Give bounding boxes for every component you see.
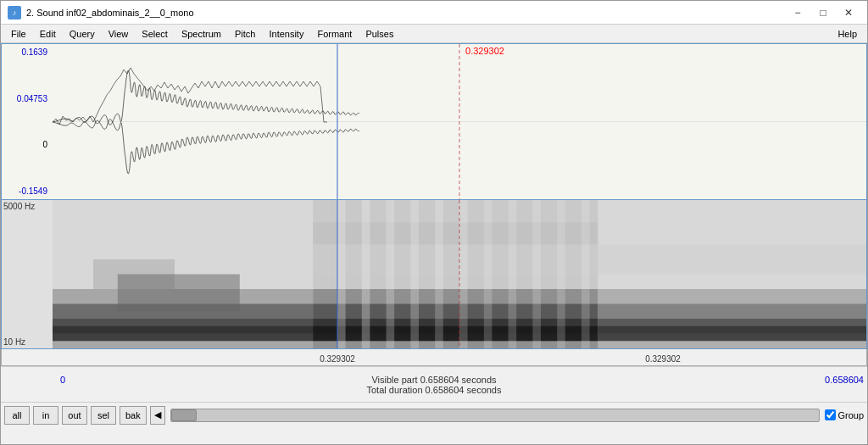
bottom-toolbar: all in out sel bak ◀ Group [1,402,867,427]
menu-pitch[interactable]: Pitch [228,25,262,42]
out-button[interactable]: out [62,406,87,425]
y-min-label: -0.1549 [3,186,51,196]
menu-intensity[interactable]: Intensity [262,25,310,42]
svg-rect-20 [410,200,419,348]
title-text: 2. Sound inf02_abdominais_2__0_mono [26,8,194,18]
menu-formant[interactable]: Formant [310,25,359,42]
menu-bar: File Edit Query View Select Spectrum Pit… [1,25,867,43]
svg-rect-9 [53,326,313,342]
sel-button[interactable]: sel [91,406,116,425]
spectrogram-y-axis: 5000 Hz 10 Hz [2,200,53,348]
title-left: ♪ 2. Sound inf02_abdominais_2__0_mono [8,6,194,19]
menu-select[interactable]: Select [135,25,175,42]
y-zero-label: 0 [3,140,51,149]
y-max-label: 0.1639 [3,47,51,57]
menu-edit[interactable]: Edit [33,25,63,42]
svg-rect-14 [313,326,598,342]
timeline-tick-2: 0.329302 [645,354,681,364]
menu-query[interactable]: Query [63,25,102,42]
title-icon: ♪ [8,6,21,19]
menu-file[interactable]: File [4,25,33,42]
svg-rect-31 [598,326,866,342]
svg-rect-8 [118,275,240,312]
timeline-container: 0.329302 0.329302 [1,349,867,366]
info-bar: 0 Visible part 0.658604 seconds 0.658604… [1,366,867,402]
svg-rect-16 [313,222,598,244]
hz-top-label: 5000 Hz [3,202,35,211]
scroll-track[interactable] [170,409,821,422]
info-line2: Total duration 0.658604 seconds [366,385,501,395]
title-bar: ♪ 2. Sound inf02_abdominais_2__0_mono − … [1,1,867,25]
visible-duration-label: Visible part 0.658604 seconds [371,375,496,385]
group-label: Group [837,410,864,420]
info-line1: 0 Visible part 0.658604 seconds 0.658604 [1,375,867,385]
svg-rect-18 [362,200,370,348]
waveform-container[interactable]: 0.1639 0.04753 0 -0.1549 0.329302 [1,43,867,200]
svg-rect-26 [557,200,565,348]
svg-rect-32 [598,245,866,275]
waveform-y-axis: 0.1639 0.04753 0 -0.1549 [2,44,53,199]
group-checkbox[interactable] [825,409,836,420]
window-frame: ♪ 2. Sound inf02_abdominais_2__0_mono − … [0,0,868,445]
svg-rect-24 [509,200,517,348]
total-duration-label: Total duration 0.658604 seconds [366,385,501,395]
minimize-button[interactable]: − [786,4,810,21]
waveform-svg [53,44,866,199]
scroll-thumb[interactable] [171,409,197,421]
scroll-left-button[interactable]: ◀ [150,406,165,425]
maximize-button[interactable]: □ [811,4,835,21]
svg-rect-17 [337,200,346,348]
svg-rect-25 [532,200,541,348]
svg-rect-22 [459,200,468,348]
title-buttons: − □ ✕ [786,4,860,21]
svg-rect-27 [581,200,590,348]
spectrogram-svg [53,200,866,348]
hz-bottom-label: 10 Hz [3,337,25,347]
spectrogram-container[interactable]: 5000 Hz 10 Hz [1,200,867,349]
svg-rect-21 [435,200,443,348]
menu-pulses[interactable]: Pulses [359,25,400,42]
all-button[interactable]: all [4,406,30,425]
time-start-label: 0 [60,375,65,385]
close-button[interactable]: ✕ [837,4,860,21]
bak-button[interactable]: bak [120,406,147,425]
in-button[interactable]: in [33,406,58,425]
group-area: Group [825,409,864,420]
svg-rect-23 [484,200,492,348]
cursor-time-label: 0.329302 [465,46,504,56]
menu-view[interactable]: View [102,25,136,42]
main-content: 0.1639 0.04753 0 -0.1549 0.329302 [1,43,867,402]
timeline-tick-1: 0.329302 [320,354,355,364]
svg-rect-19 [387,200,395,348]
menu-spectrum[interactable]: Spectrum [175,25,228,42]
svg-rect-15 [313,245,598,275]
time-end-label: 0.658604 [825,375,864,385]
y-mid-label: 0.04753 [3,94,51,103]
menu-help[interactable]: Help [831,25,864,42]
